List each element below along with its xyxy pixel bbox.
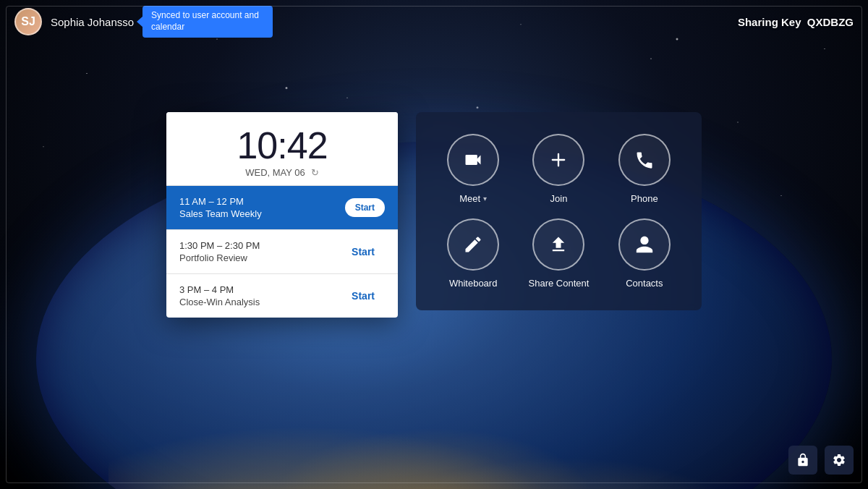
- video-icon: [463, 150, 483, 170]
- avatar: SJ: [14, 8, 42, 35]
- bottom-right-controls: [788, 446, 854, 475]
- clock-time: 10:42: [181, 127, 383, 164]
- actions-grid: Meet ▾ Join Phone: [434, 134, 684, 289]
- phone-label: Phone: [631, 193, 658, 204]
- plus-icon: [548, 150, 569, 170]
- join-icon-circle: [532, 134, 584, 186]
- contacts-label: Contacts: [626, 278, 663, 289]
- contacts-button[interactable]: Contacts: [605, 218, 684, 289]
- user-name: Sophia Johansso: [51, 16, 134, 28]
- user-info: SJ Sophia Johansso Synced to user accoun…: [14, 6, 273, 37]
- contacts-icon-circle: [618, 218, 671, 271]
- calendar-panel: 10:42 WED, MAY 06 ↻ 11 AM – 12 PM Sales …: [166, 112, 398, 318]
- event-1-time: 11 AM – 12 PM: [179, 196, 345, 207]
- whiteboard-button[interactable]: Whiteboard: [434, 218, 512, 289]
- gear-icon: [832, 453, 846, 467]
- event-3-title: Close-Win Analysis: [179, 297, 341, 307]
- event-1-info: 11 AM – 12 PM Sales Team Weekly: [179, 196, 345, 219]
- event-2-title: Portfolio Review: [179, 252, 341, 263]
- meet-chevron: ▾: [483, 195, 487, 203]
- lock-icon: [796, 453, 810, 467]
- meet-icon-circle: [447, 134, 499, 186]
- join-button[interactable]: Join: [519, 134, 597, 204]
- clock-section: 10:42 WED, MAY 06 ↻: [166, 112, 398, 185]
- header: SJ Sophia Johansso Synced to user accoun…: [0, 0, 868, 43]
- sharing-key-display: Sharing Key QXDBZG: [738, 16, 854, 28]
- refresh-icon[interactable]: ↻: [311, 167, 319, 178]
- settings-button[interactable]: [825, 446, 854, 475]
- upload-icon: [548, 234, 569, 255]
- share-content-label: Share Content: [529, 278, 590, 289]
- person-icon: [634, 234, 655, 255]
- actions-panel: Meet ▾ Join Phone: [416, 112, 702, 310]
- share-content-icon-circle: [532, 218, 584, 271]
- event-3-start-button[interactable]: Start: [341, 286, 385, 306]
- meet-label: Meet ▾: [459, 193, 487, 204]
- event-3-info: 3 PM – 4 PM Close-Win Analysis: [179, 284, 341, 307]
- event-item-2: 1:30 PM – 2:30 PM Portfolio Review Start: [166, 229, 398, 273]
- event-2-info: 1:30 PM – 2:30 PM Portfolio Review: [179, 240, 341, 263]
- share-content-button[interactable]: Share Content: [519, 218, 597, 289]
- event-1-title: Sales Team Weekly: [179, 208, 345, 219]
- whiteboard-label: Whiteboard: [449, 278, 497, 289]
- whiteboard-icon-circle: [447, 218, 499, 271]
- event-item-3: 3 PM – 4 PM Close-Win Analysis Start: [166, 273, 398, 318]
- meet-button[interactable]: Meet ▾: [434, 134, 512, 204]
- phone-button[interactable]: Phone: [605, 134, 684, 204]
- join-label: Join: [550, 193, 568, 204]
- event-item-1: 11 AM – 12 PM Sales Team Weekly Start: [166, 185, 398, 229]
- sync-badge: Synced to user account and calendar: [142, 6, 273, 37]
- event-2-time: 1:30 PM – 2:30 PM: [179, 240, 341, 251]
- lock-button[interactable]: [788, 446, 817, 475]
- clock-date: WED, MAY 06 ↻: [181, 167, 383, 178]
- pencil-icon: [463, 234, 483, 255]
- phone-icon-circle: [618, 134, 671, 186]
- phone-icon: [634, 150, 655, 170]
- event-2-start-button[interactable]: Start: [341, 242, 385, 262]
- event-1-start-button[interactable]: Start: [345, 198, 385, 217]
- event-3-time: 3 PM – 4 PM: [179, 284, 341, 295]
